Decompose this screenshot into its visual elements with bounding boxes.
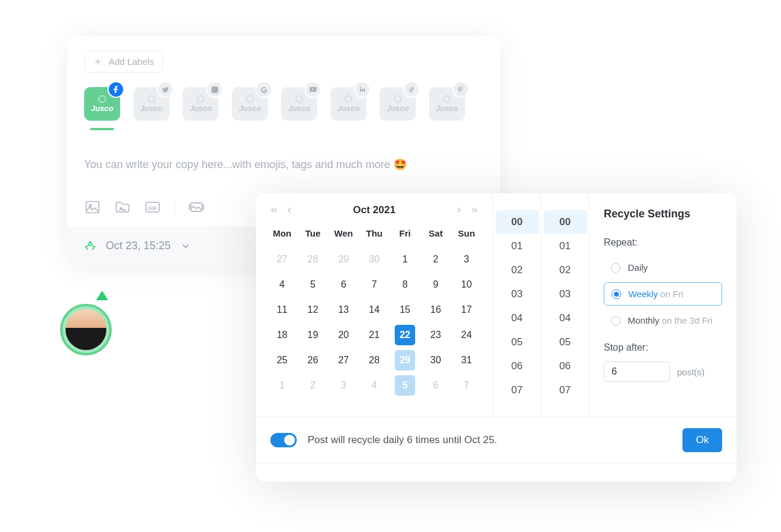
prev-month-icon[interactable]: [285, 205, 294, 215]
minute-option[interactable]: 07: [544, 378, 587, 402]
calendar-day[interactable]: 28: [303, 249, 323, 270]
calendar-day[interactable]: 8: [395, 274, 415, 295]
channel-google[interactable]: Jusco: [232, 87, 268, 130]
calendar-day[interactable]: 13: [333, 300, 354, 320]
ok-button[interactable]: Ok: [682, 428, 722, 452]
hour-option[interactable]: 00: [496, 210, 539, 234]
minute-option[interactable]: 04: [544, 306, 587, 330]
gif-icon[interactable]: GIF: [144, 199, 161, 216]
minute-picker[interactable]: 0001020304050607: [541, 193, 589, 417]
compose-placeholder[interactable]: You can write your copy here...with emoj…: [84, 158, 483, 171]
calendar-day[interactable]: 2: [425, 249, 446, 270]
calendar-day[interactable]: 5: [303, 274, 323, 295]
hour-option[interactable]: 06: [496, 354, 539, 378]
calendar-day[interactable]: 30: [364, 249, 384, 270]
minute-option[interactable]: 05: [544, 330, 587, 354]
chevron-down-icon[interactable]: [180, 241, 191, 252]
hour-option[interactable]: 07: [496, 378, 539, 402]
calendar-day[interactable]: 31: [456, 350, 476, 370]
calendar-day[interactable]: 12: [303, 300, 323, 320]
next-year-icon[interactable]: [470, 205, 479, 215]
channel-pinterest[interactable]: Jusco: [429, 87, 465, 130]
month-label: Oct 2021: [353, 204, 396, 216]
calendar-day[interactable]: 6: [425, 375, 446, 396]
minute-option[interactable]: 02: [544, 258, 587, 282]
calendar-day[interactable]: 1: [272, 375, 293, 396]
channel-tiktok[interactable]: Jusco: [380, 87, 416, 130]
calendar-day[interactable]: 7: [456, 375, 476, 396]
calendar-day[interactable]: 30: [425, 350, 446, 370]
calendar-day[interactable]: 17: [456, 300, 476, 320]
calendar-day[interactable]: 7: [364, 274, 384, 295]
calendar-day[interactable]: 23: [425, 325, 446, 345]
linkedin-icon: [354, 81, 371, 98]
next-month-icon[interactable]: [454, 205, 464, 215]
hour-option[interactable]: 04: [496, 306, 539, 330]
hour-option[interactable]: 03: [496, 282, 539, 306]
schedule-time[interactable]: Oct 23, 15:25: [106, 240, 171, 252]
calendar-day[interactable]: 18: [272, 325, 293, 345]
hour-option[interactable]: 02: [496, 258, 539, 282]
channel-twitter[interactable]: Jusco: [133, 87, 169, 130]
calendar-day[interactable]: 3: [333, 375, 354, 396]
recycle-icon: [84, 240, 96, 252]
calendar-day[interactable]: 27: [333, 350, 354, 370]
calendar-day[interactable]: 20: [333, 325, 354, 345]
dow-header: Sun: [451, 226, 482, 244]
calendar-day[interactable]: 15: [395, 300, 415, 320]
youtube-icon: [305, 81, 321, 98]
calendar-day[interactable]: 29: [395, 350, 415, 370]
calendar-day[interactable]: 1: [395, 249, 415, 270]
hour-option[interactable]: 05: [496, 330, 539, 354]
channel-youtube[interactable]: Jusco: [281, 87, 317, 130]
add-labels-button[interactable]: Add Labels: [84, 50, 163, 73]
hour-picker[interactable]: 0001020304050607: [493, 193, 541, 417]
channel-linkedin[interactable]: Jusco: [330, 87, 366, 130]
carousel-icon[interactable]: [188, 199, 205, 216]
prev-year-icon[interactable]: [269, 205, 279, 215]
calendar-day[interactable]: 10: [456, 274, 476, 295]
stop-after-input[interactable]: [604, 361, 670, 382]
calendar-day[interactable]: 11: [272, 300, 293, 320]
calendar-day[interactable]: 5: [395, 375, 415, 396]
dow-header: Mon: [267, 226, 297, 244]
hour-option[interactable]: 01: [496, 234, 539, 258]
calendar-day[interactable]: 4: [364, 375, 384, 396]
image-icon[interactable]: [84, 199, 101, 216]
minute-option[interactable]: 06: [544, 354, 587, 378]
calendar-day[interactable]: 28: [364, 350, 384, 370]
calendar-day[interactable]: 2: [303, 375, 323, 396]
recycle-summary: Post will recycle daily 6 times until Oc…: [308, 434, 497, 446]
calendar-day[interactable]: 4: [272, 274, 293, 295]
toolbar-separator: [174, 199, 175, 215]
dow-header: Tue: [297, 226, 328, 244]
calendar-day[interactable]: 6: [333, 274, 354, 295]
calendar-day[interactable]: 16: [425, 300, 446, 320]
tiktok-icon: [403, 81, 420, 98]
calendar-day[interactable]: 22: [395, 325, 415, 345]
repeat-option[interactable]: Weekly on Fri: [604, 282, 722, 306]
calendar-day[interactable]: 25: [272, 350, 293, 370]
channel-instagram[interactable]: Jusco: [183, 87, 219, 130]
recycle-settings: Recycle Settings Repeat: DailyWeekly on …: [589, 193, 737, 417]
calendar-day[interactable]: 29: [333, 249, 354, 270]
calendar-day[interactable]: 14: [364, 300, 384, 320]
minute-option[interactable]: 01: [544, 234, 587, 258]
minute-option[interactable]: 00: [544, 210, 587, 234]
repeat-option[interactable]: Daily: [604, 256, 722, 279]
schedule-dialog: Oct 2021 MonTueWenThuFriSatSun2728293012…: [256, 193, 737, 482]
calendar-day[interactable]: 27: [272, 249, 293, 270]
calendar-day[interactable]: 21: [364, 325, 384, 345]
calendar-day[interactable]: 24: [456, 325, 476, 345]
minute-option[interactable]: 03: [544, 282, 587, 306]
recycle-toggle[interactable]: [270, 433, 297, 447]
channel-facebook[interactable]: Jusco: [84, 87, 120, 130]
avatar-pointer: [96, 291, 108, 300]
calendar-day[interactable]: 9: [425, 274, 446, 295]
calendar-day[interactable]: 26: [303, 350, 323, 370]
repeat-option[interactable]: Monthly on the 3d Fri: [604, 309, 722, 331]
calendar-day[interactable]: 3: [456, 249, 476, 270]
dow-header: Fri: [390, 226, 421, 244]
folder-icon[interactable]: [114, 199, 131, 216]
calendar-day[interactable]: 19: [303, 325, 323, 345]
